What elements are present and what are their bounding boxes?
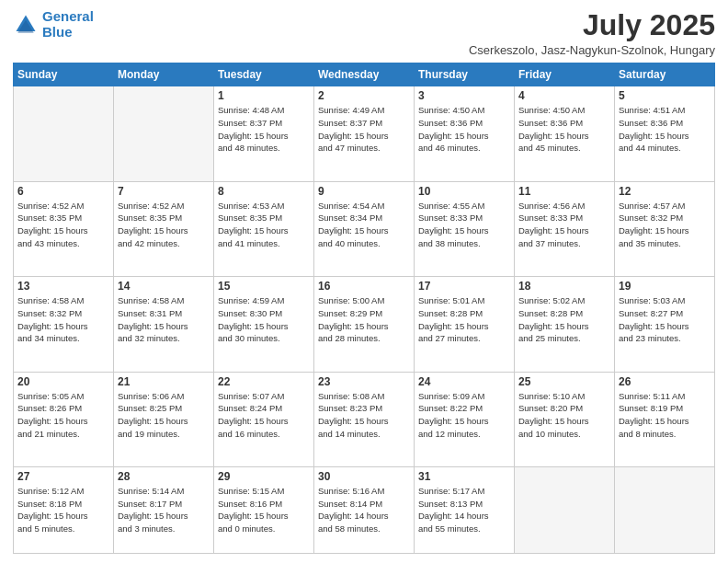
- calendar-cell: [14, 86, 114, 181]
- weekday-header-saturday: Saturday: [615, 63, 715, 86]
- calendar-cell: 4Sunrise: 4:50 AM Sunset: 8:36 PM Daylig…: [515, 86, 615, 181]
- day-number: 6: [17, 185, 109, 198]
- calendar-cell: 28Sunrise: 5:14 AM Sunset: 8:17 PM Dayli…: [114, 466, 214, 553]
- day-number: 29: [218, 470, 310, 483]
- day-info: Sunrise: 5:14 AM Sunset: 8:17 PM Dayligh…: [118, 485, 210, 535]
- weekday-header-thursday: Thursday: [415, 63, 515, 86]
- weekday-header-sunday: Sunday: [14, 63, 114, 86]
- day-info: Sunrise: 4:59 AM Sunset: 8:30 PM Dayligh…: [218, 294, 310, 345]
- day-info: Sunrise: 4:49 AM Sunset: 8:37 PM Dayligh…: [318, 104, 410, 155]
- calendar-cell: 29Sunrise: 5:15 AM Sunset: 8:16 PM Dayli…: [214, 466, 314, 553]
- day-info: Sunrise: 5:07 AM Sunset: 8:24 PM Dayligh…: [218, 390, 310, 441]
- calendar-cell: 7Sunrise: 4:52 AM Sunset: 8:35 PM Daylig…: [114, 181, 214, 276]
- calendar-cell: 31Sunrise: 5:17 AM Sunset: 8:13 PM Dayli…: [415, 466, 515, 553]
- day-info: Sunrise: 5:11 AM Sunset: 8:19 PM Dayligh…: [619, 390, 711, 441]
- calendar-cell: [515, 466, 615, 553]
- calendar-cell: 12Sunrise: 4:57 AM Sunset: 8:32 PM Dayli…: [615, 181, 715, 276]
- calendar-cell: 25Sunrise: 5:10 AM Sunset: 8:20 PM Dayli…: [515, 372, 615, 466]
- day-info: Sunrise: 4:52 AM Sunset: 8:35 PM Dayligh…: [17, 200, 109, 250]
- calendar-cell: 19Sunrise: 5:03 AM Sunset: 8:27 PM Dayli…: [615, 277, 715, 372]
- day-info: Sunrise: 5:17 AM Sunset: 8:13 PM Dayligh…: [418, 485, 510, 535]
- calendar-cell: 6Sunrise: 4:52 AM Sunset: 8:35 PM Daylig…: [14, 181, 114, 276]
- day-info: Sunrise: 5:01 AM Sunset: 8:28 PM Dayligh…: [418, 294, 510, 345]
- calendar-cell: 3Sunrise: 4:50 AM Sunset: 8:36 PM Daylig…: [415, 86, 515, 181]
- day-info: Sunrise: 5:16 AM Sunset: 8:14 PM Dayligh…: [318, 485, 410, 535]
- day-info: Sunrise: 5:05 AM Sunset: 8:26 PM Dayligh…: [17, 390, 109, 441]
- day-info: Sunrise: 4:48 AM Sunset: 8:37 PM Dayligh…: [218, 104, 310, 155]
- calendar-cell: 18Sunrise: 5:02 AM Sunset: 8:28 PM Dayli…: [515, 277, 615, 372]
- day-info: Sunrise: 4:52 AM Sunset: 8:35 PM Dayligh…: [118, 200, 210, 250]
- calendar-cell: 30Sunrise: 5:16 AM Sunset: 8:14 PM Dayli…: [314, 466, 415, 553]
- week-row-2: 6Sunrise: 4:52 AM Sunset: 8:35 PM Daylig…: [14, 181, 715, 276]
- day-number: 25: [518, 375, 610, 388]
- day-info: Sunrise: 4:51 AM Sunset: 8:36 PM Dayligh…: [619, 104, 711, 155]
- day-number: 11: [518, 185, 610, 198]
- page: General Blue July 2025 Cserkeszolo, Jasz…: [0, 0, 728, 563]
- day-number: 12: [619, 185, 711, 198]
- week-row-3: 13Sunrise: 4:58 AM Sunset: 8:32 PM Dayli…: [14, 277, 715, 372]
- day-info: Sunrise: 4:50 AM Sunset: 8:36 PM Dayligh…: [418, 104, 510, 155]
- weekday-header-wednesday: Wednesday: [314, 63, 415, 86]
- calendar-cell: 16Sunrise: 5:00 AM Sunset: 8:29 PM Dayli…: [314, 277, 415, 372]
- day-number: 5: [619, 89, 711, 102]
- day-number: 13: [17, 280, 109, 293]
- header: General Blue July 2025 Cserkeszolo, Jasz…: [13, 9, 715, 57]
- calendar-cell: 8Sunrise: 4:53 AM Sunset: 8:35 PM Daylig…: [214, 181, 314, 276]
- calendar-cell: 23Sunrise: 5:08 AM Sunset: 8:23 PM Dayli…: [314, 372, 415, 466]
- day-info: Sunrise: 5:06 AM Sunset: 8:25 PM Dayligh…: [118, 390, 210, 441]
- day-number: 18: [518, 280, 610, 293]
- day-info: Sunrise: 4:55 AM Sunset: 8:33 PM Dayligh…: [418, 200, 510, 250]
- day-info: Sunrise: 4:58 AM Sunset: 8:31 PM Dayligh…: [118, 294, 210, 345]
- calendar-cell: 20Sunrise: 5:05 AM Sunset: 8:26 PM Dayli…: [14, 372, 114, 466]
- week-row-4: 20Sunrise: 5:05 AM Sunset: 8:26 PM Dayli…: [14, 372, 715, 466]
- day-number: 10: [418, 185, 510, 198]
- calendar-cell: 17Sunrise: 5:01 AM Sunset: 8:28 PM Dayli…: [415, 277, 515, 372]
- day-number: 23: [318, 375, 410, 388]
- calendar-cell: [114, 86, 214, 181]
- day-info: Sunrise: 4:50 AM Sunset: 8:36 PM Dayligh…: [518, 104, 610, 155]
- day-number: 17: [418, 280, 510, 293]
- calendar-cell: [615, 466, 715, 553]
- day-info: Sunrise: 5:10 AM Sunset: 8:20 PM Dayligh…: [518, 390, 610, 441]
- day-number: 4: [518, 89, 610, 102]
- day-info: Sunrise: 5:02 AM Sunset: 8:28 PM Dayligh…: [518, 294, 610, 345]
- logo: General Blue: [13, 9, 94, 40]
- day-info: Sunrise: 5:12 AM Sunset: 8:18 PM Dayligh…: [17, 485, 109, 535]
- day-number: 15: [218, 280, 310, 293]
- weekday-header-friday: Friday: [515, 63, 615, 86]
- calendar-cell: 26Sunrise: 5:11 AM Sunset: 8:19 PM Dayli…: [615, 372, 715, 466]
- calendar-cell: 22Sunrise: 5:07 AM Sunset: 8:24 PM Dayli…: [214, 372, 314, 466]
- calendar-cell: 15Sunrise: 4:59 AM Sunset: 8:30 PM Dayli…: [214, 277, 314, 372]
- day-number: 24: [418, 375, 510, 388]
- calendar-cell: 21Sunrise: 5:06 AM Sunset: 8:25 PM Dayli…: [114, 372, 214, 466]
- title-block: July 2025 Cserkeszolo, Jasz-Nagykun-Szol…: [469, 9, 715, 57]
- day-number: 16: [318, 280, 410, 293]
- day-number: 27: [17, 470, 109, 483]
- day-info: Sunrise: 4:57 AM Sunset: 8:32 PM Dayligh…: [619, 200, 711, 250]
- calendar-cell: 27Sunrise: 5:12 AM Sunset: 8:18 PM Dayli…: [14, 466, 114, 553]
- day-number: 19: [619, 280, 711, 293]
- location-subtitle: Cserkeszolo, Jasz-Nagykun-Szolnok, Hunga…: [469, 43, 715, 57]
- weekday-header-monday: Monday: [114, 63, 214, 86]
- day-info: Sunrise: 4:56 AM Sunset: 8:33 PM Dayligh…: [518, 200, 610, 250]
- weekday-header-row: SundayMondayTuesdayWednesdayThursdayFrid…: [14, 63, 715, 86]
- calendar: SundayMondayTuesdayWednesdayThursdayFrid…: [13, 63, 715, 554]
- day-number: 31: [418, 470, 510, 483]
- day-number: 1: [218, 89, 310, 102]
- day-info: Sunrise: 4:58 AM Sunset: 8:32 PM Dayligh…: [17, 294, 109, 345]
- day-number: 26: [619, 375, 711, 388]
- calendar-cell: 14Sunrise: 4:58 AM Sunset: 8:31 PM Dayli…: [114, 277, 214, 372]
- logo-text: General Blue: [42, 9, 94, 40]
- calendar-cell: 13Sunrise: 4:58 AM Sunset: 8:32 PM Dayli…: [14, 277, 114, 372]
- day-number: 8: [218, 185, 310, 198]
- day-number: 21: [118, 375, 210, 388]
- day-info: Sunrise: 4:54 AM Sunset: 8:34 PM Dayligh…: [318, 200, 410, 250]
- day-info: Sunrise: 5:03 AM Sunset: 8:27 PM Dayligh…: [619, 294, 711, 345]
- day-info: Sunrise: 5:09 AM Sunset: 8:22 PM Dayligh…: [418, 390, 510, 441]
- logo-icon: [13, 12, 39, 38]
- week-row-5: 27Sunrise: 5:12 AM Sunset: 8:18 PM Dayli…: [14, 466, 715, 553]
- calendar-cell: 5Sunrise: 4:51 AM Sunset: 8:36 PM Daylig…: [615, 86, 715, 181]
- calendar-cell: 1Sunrise: 4:48 AM Sunset: 8:37 PM Daylig…: [214, 86, 314, 181]
- day-number: 22: [218, 375, 310, 388]
- calendar-cell: 2Sunrise: 4:49 AM Sunset: 8:37 PM Daylig…: [314, 86, 415, 181]
